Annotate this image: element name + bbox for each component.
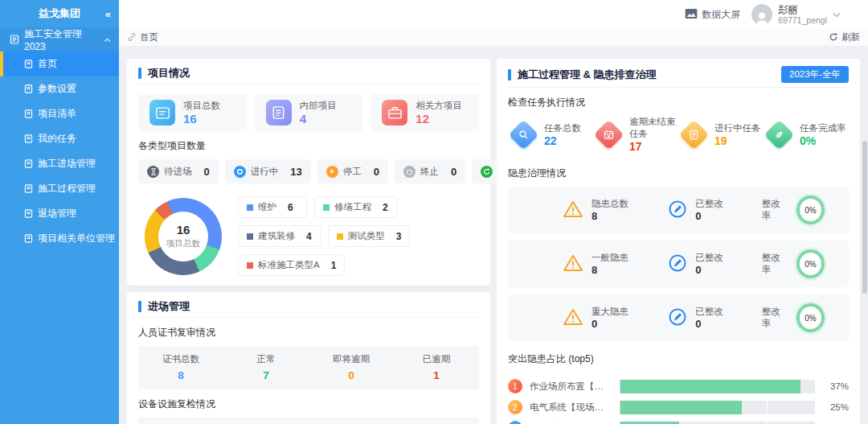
play-icon: [326, 166, 338, 178]
project-type-donut-block: 16 项目总数 维护6 修缮工程2 建筑装修4 测试类型3 标准施工类型A1: [138, 196, 479, 276]
bar-track: [620, 380, 815, 393]
legend-swatch: [247, 262, 253, 269]
sidebar-item-label: 我的任务: [38, 132, 76, 146]
device-check-subtitle: 设备设施复检情况: [138, 397, 479, 411]
rate-label: 整改率: [762, 198, 788, 222]
legend-item: 维护6: [238, 196, 307, 218]
sidebar-item-entry-mgmt[interactable]: 施工进场管理: [0, 151, 119, 176]
hazard-bar-row: 2 电气系统【现场… 25%: [508, 397, 849, 418]
sidebar-item-process-mgmt[interactable]: 施工过程管理: [0, 176, 119, 201]
sidebar-item-params[interactable]: 参数设置: [0, 76, 119, 101]
user-menu[interactable]: 彭丽 69771_pengl: [751, 4, 841, 25]
tasks-subtitle: 检查任务执行情况: [508, 96, 849, 109]
chip-terminated[interactable]: 终止 0: [395, 159, 465, 183]
entry-mgmt-title: 进场管理: [148, 299, 190, 314]
legend-label: 建筑装修: [258, 230, 295, 242]
title-accent-bar: [138, 68, 141, 79]
legend-swatch: [247, 233, 253, 240]
type-counts-subtitle: 各类型项目数量: [138, 139, 479, 153]
refresh-button[interactable]: 刷新: [829, 31, 860, 43]
task-label: 逾期未结束任务: [629, 116, 678, 140]
process-hazard-card: 施工过程管理 & 隐患排查治理 2023年-全年 检查任务执行情况 任务总数 2…: [497, 59, 860, 424]
stat-value: 16: [183, 112, 220, 126]
hazard-row-general: 一般隐患8 已整改0 整改率 0%: [508, 241, 849, 287]
data-screen-link[interactable]: 数据大屏: [685, 8, 740, 22]
document-icon: [24, 60, 33, 68]
sidebar-collapse-icon[interactable]: «: [105, 8, 111, 20]
stat-task-overdue: 逾期未结束任务 17: [593, 116, 678, 154]
chip-pending-entry[interactable]: 待进场 0: [138, 159, 219, 183]
chip-label: 待进场: [164, 166, 192, 178]
folder-icon: [149, 100, 175, 126]
sidebar-item-home[interactable]: 首页: [0, 51, 119, 76]
bar-label: 作业场所布置【…: [530, 381, 620, 393]
task-value: 19: [714, 134, 761, 148]
refresh-label: 刷新: [841, 31, 860, 43]
year-filter-badge[interactable]: 2023年-全年: [781, 66, 849, 83]
legend-value: 4: [306, 231, 312, 242]
sidebar-item-exit-mgmt[interactable]: 退场管理: [0, 201, 119, 226]
rank-badge: 3: [508, 421, 522, 424]
fixed-value: 0: [695, 264, 723, 277]
sidebar-item-project-list[interactable]: 项目清单: [0, 101, 119, 126]
task-stats-row: 任务总数 22 逾期未结束任务 17: [508, 116, 849, 154]
sidebar-item-label: 施工过程管理: [38, 182, 96, 196]
chip-value: 0: [451, 166, 457, 178]
col-header: 已逾期: [394, 353, 479, 365]
stat-label: 相关方项目: [416, 100, 462, 112]
sidebar-item-label: 参数设置: [38, 82, 76, 96]
sidebar-item-my-tasks[interactable]: 我的任务: [0, 126, 119, 151]
person-cert-subtitle: 人员证书复审情况: [138, 326, 479, 340]
ring-icon: [234, 166, 246, 178]
breadcrumb[interactable]: 首页: [127, 31, 158, 43]
sidebar-item-related-units[interactable]: 项目相关单位管理: [0, 226, 119, 251]
task-value: 0%: [800, 134, 846, 148]
hazard-bar-row: 1 作业场所布置【… 37%: [508, 376, 849, 397]
card-title-row: 进场管理: [138, 300, 479, 318]
warning-triangle-icon: [563, 307, 583, 329]
task-label: 任务完成率: [800, 122, 846, 134]
bar-label: 电气系统【现场…: [530, 401, 620, 414]
link-icon: [127, 32, 137, 43]
chip-label: 停工: [343, 166, 362, 178]
chip-in-progress[interactable]: 进行中 13: [225, 159, 311, 183]
sidebar-item-label: 首页: [38, 57, 57, 71]
stat-total-projects: 项目总数 16: [138, 94, 247, 131]
page-scrollbar-thumb[interactable]: [862, 141, 867, 294]
briefcase-icon: [382, 100, 407, 126]
document-icon: [24, 134, 33, 143]
title-accent-bar: [508, 69, 511, 80]
donut-center: 16 项目总数: [158, 212, 208, 261]
card-title-row: 项目情况: [138, 67, 479, 84]
document-icon: [24, 159, 33, 168]
power-icon: [403, 166, 416, 178]
chip-suspended[interactable]: 停工 0: [317, 159, 388, 183]
top-header: 数据大屏 彭丽 69771_pengl: [119, 0, 868, 29]
fixed-value: 0: [695, 318, 723, 331]
donut-total-label: 项目总数: [166, 238, 200, 249]
hazard-row-major: 重大隐患0 已整改0 整改率 0%: [508, 294, 849, 341]
task-value: 22: [544, 134, 581, 148]
sidebar-menu-parent[interactable]: 施工安全管理2023: [0, 27, 119, 51]
fixed-label: 已整改: [695, 252, 723, 264]
content: 项目情况 项目总数 16 内部: [119, 47, 868, 424]
process-hazard-title: 施工过程管理 & 隐患排查治理: [518, 68, 657, 82]
stat-task-running: 进行中任务 19: [678, 116, 764, 154]
document-icon: [24, 84, 33, 93]
chip-value: 0: [204, 166, 210, 178]
cell-value: 8: [138, 369, 223, 381]
calendar-alert-icon: [593, 119, 624, 150]
chip-value: 13: [290, 166, 301, 178]
stat-task-total: 任务总数 22: [508, 116, 593, 154]
legend-label: 维护: [258, 201, 276, 213]
sidebar-menu-label: 施工安全管理2023: [24, 27, 99, 52]
col-header: 正常: [223, 353, 309, 365]
document-icon: [24, 209, 33, 218]
user-id: 69771_pengl: [778, 15, 827, 25]
circular-arrow-icon: [481, 166, 493, 178]
photo-icon: [685, 8, 698, 22]
legend-item: 建筑装修4: [238, 225, 321, 247]
top-hazards-subtitle: 突出隐患占比 (top5): [508, 352, 849, 366]
donut-legend: 维护6 修缮工程2 建筑装修4 测试类型3 标准施工类型A1: [238, 196, 479, 276]
stat-label: 内部项目: [300, 100, 337, 112]
